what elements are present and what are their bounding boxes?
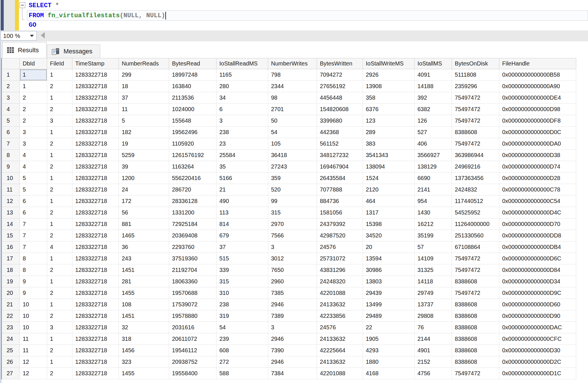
row-number[interactable]: 17	[2, 253, 20, 264]
column-header-numberwrites[interactable]: NumberWrites	[268, 58, 317, 69]
grid-cell[interactable]: 1283322718	[72, 264, 119, 276]
grid-cell[interactable]: 442368	[317, 127, 363, 138]
grid-cell[interactable]: 1	[47, 218, 72, 230]
fold-collapse-icon[interactable]	[20, 2, 25, 8]
grid-cell[interactable]: 243	[119, 253, 169, 264]
grid-cell[interactable]: 2	[47, 230, 72, 241]
grid-cell[interactable]: 10	[20, 299, 47, 310]
grid-cell[interactable]: 18	[119, 81, 169, 92]
grid-cell[interactable]: 42201088	[317, 287, 363, 299]
row-number[interactable]: 5	[2, 115, 20, 127]
column-header-timestamp[interactable]: TimeStamp	[72, 58, 119, 69]
grid-cell[interactable]: 2	[47, 207, 72, 218]
grid-cell[interactable]: 29749	[415, 287, 452, 299]
grid-cell[interactable]: 0x0000000000000D9C	[499, 287, 576, 299]
grid-cell[interactable]: 1283322718	[72, 104, 119, 115]
row-number[interactable]: 22	[2, 310, 20, 322]
grid-cell[interactable]: 43831296	[317, 264, 363, 276]
grid-cell[interactable]: 7	[20, 230, 47, 241]
grid-cell[interactable]: 315	[216, 276, 268, 287]
grid-cell[interactable]: 3	[268, 241, 317, 253]
grid-cell[interactable]: 5259	[119, 150, 169, 161]
grid-cell[interactable]: 490	[216, 196, 268, 207]
grid-cell[interactable]: 1524	[363, 173, 415, 184]
grid-cell[interactable]: 75497472	[452, 104, 499, 115]
grid-cell[interactable]: 37	[216, 241, 268, 253]
code-line-2[interactable]: FROM fn_virtualfilestats(NULL, NULL)	[27, 10, 588, 21]
grid-cell[interactable]: 2	[47, 161, 72, 173]
grid-cell[interactable]: 24	[119, 184, 169, 196]
grid-cell[interactable]: 57	[415, 241, 452, 253]
grid-cell[interactable]: 2	[47, 138, 72, 150]
grid-cell[interactable]: 251330560	[452, 230, 499, 241]
grid-cell[interactable]: 0x0000000000000D60	[499, 299, 576, 310]
grid-cell[interactable]: 2	[47, 345, 72, 356]
grid-cell[interactable]: 20611072	[169, 333, 216, 345]
grid-cell[interactable]: 21	[216, 184, 268, 196]
grid-cell[interactable]: 42225664	[317, 345, 363, 356]
grid-cell[interactable]: 14118	[415, 276, 452, 287]
grid-cell[interactable]: 12	[20, 356, 47, 368]
grid-cell[interactable]: 34	[216, 92, 268, 104]
grid-cell[interactable]: 2	[47, 104, 72, 115]
grid-cell[interactable]: 1283322718	[72, 356, 119, 368]
grid-cell[interactable]: 556220416	[169, 173, 216, 184]
grid-cell[interactable]: 1455	[119, 368, 169, 379]
grid-cell[interactable]: 24133632	[317, 333, 363, 345]
row-number[interactable]: 4	[2, 104, 20, 115]
grid-cell[interactable]: 8388608	[452, 127, 499, 138]
grid-cell[interactable]: 32	[119, 322, 169, 333]
grid-cell[interactable]: 0x0000000000000DE4	[499, 92, 576, 104]
grid-cell[interactable]: 281	[119, 276, 169, 287]
grid-cell[interactable]: 29439	[363, 287, 415, 299]
grid-cell[interactable]: 2701	[268, 104, 317, 115]
grid-cell[interactable]: 1283322718	[72, 345, 119, 356]
grid-cell[interactable]: 7	[20, 218, 47, 230]
grid-cell[interactable]: 1200	[119, 173, 169, 184]
grid-cell[interactable]: 884736	[317, 196, 363, 207]
grid-cell[interactable]: 2	[47, 368, 72, 379]
grid-cell[interactable]: 67108864	[452, 241, 499, 253]
grid-cell[interactable]: 6	[216, 104, 268, 115]
grid-cell[interactable]: 2113536	[169, 92, 216, 104]
grid-cell[interactable]: 54	[216, 322, 268, 333]
grid-cell[interactable]: 1283322718	[72, 230, 119, 241]
grid-cell[interactable]: 50	[268, 115, 317, 127]
grid-cell[interactable]: 11264000000	[452, 218, 499, 230]
grid-cell[interactable]: 1283322718	[72, 115, 119, 127]
grid-cell[interactable]: 2424832	[452, 184, 499, 196]
chevron-down-icon[interactable]	[30, 35, 34, 37]
grid-cell[interactable]: 8388608	[452, 333, 499, 345]
grid-cell[interactable]: 0x0000000000000D30	[499, 345, 576, 356]
grid-cell[interactable]: 4	[20, 161, 47, 173]
column-header-dbid[interactable]: DbId	[20, 58, 47, 69]
grid-cell[interactable]: 339	[216, 264, 268, 276]
grid-cell[interactable]: 1	[47, 276, 72, 287]
grid-cell[interactable]: 3	[20, 138, 47, 150]
grid-cell[interactable]: 1581056	[317, 207, 363, 218]
grid-cell[interactable]: 520	[268, 184, 317, 196]
grid-cell[interactable]: 0x0000000000000D98	[499, 104, 576, 115]
grid-cell[interactable]: 13594	[363, 253, 415, 264]
grid-cell[interactable]: 3012	[268, 253, 317, 264]
grid-cell[interactable]: 1283322718	[72, 196, 119, 207]
grid-cell[interactable]: 814	[216, 218, 268, 230]
grid-cell[interactable]: 1	[47, 299, 72, 310]
grid-cell[interactable]: 348127232	[317, 150, 363, 161]
code-line-3[interactable]: GO	[29, 20, 36, 30]
grid-cell[interactable]: 3399680	[317, 115, 363, 127]
grid-cell[interactable]: 272	[216, 356, 268, 368]
grid-cell[interactable]: 0x0000000000000A90	[499, 81, 576, 92]
grid-cell[interactable]: 39	[119, 161, 169, 173]
row-number[interactable]: 3	[2, 92, 20, 104]
grid-cell[interactable]: 19562496	[169, 127, 216, 138]
grid-cell[interactable]: 3	[216, 115, 268, 127]
grid-cell[interactable]: 25731072	[317, 253, 363, 264]
grid-cell[interactable]: 1	[47, 92, 72, 104]
grid-cell[interactable]: 239	[216, 333, 268, 345]
grid-cell[interactable]: 1	[47, 173, 72, 184]
grid-cell[interactable]: 1283322718	[72, 69, 119, 81]
grid-cell[interactable]: 0x0000000000000DB4	[499, 241, 576, 253]
grid-cell[interactable]: 1283322718	[72, 218, 119, 230]
grid-cell[interactable]: 1905	[363, 333, 415, 345]
